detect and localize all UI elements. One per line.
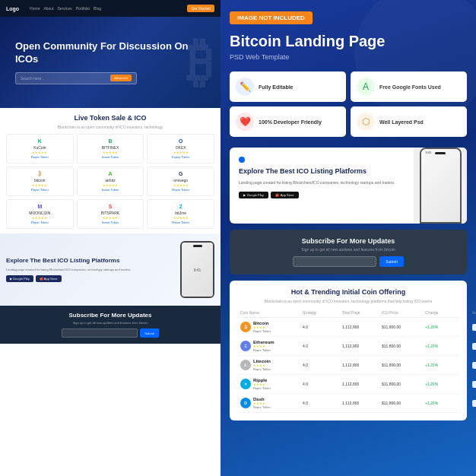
nav-cta-button[interactable]: Get Started	[187, 5, 214, 12]
token-card[interactable]: ₿ bitcoin ★★★★★ Repor Token	[6, 167, 74, 196]
token-label: Invest Token	[81, 155, 140, 159]
trending-title: Hot & Trending Initial Coin Offering	[237, 288, 459, 296]
preview-heading: Explore The Best ICO Listing Platforms	[239, 167, 405, 176]
preview-google-play-label: Google Play	[247, 193, 264, 197]
coin-icon: D	[240, 398, 251, 408]
hero-search-placeholder: Search here...	[21, 76, 110, 81]
left-panel: Logo Home About Services Portfolio Blog …	[0, 0, 221, 476]
coin-info: Dash ★★★★ Repor Token	[253, 397, 271, 409]
token-card[interactable]: S BITSPARK ★★★★★ Invest Token	[77, 199, 144, 229]
explore-text: Explore The Best ICO Listing Platforms L…	[6, 257, 174, 283]
features-grid: ✏️ Fully Editable A Free Google Fonts Us…	[230, 71, 467, 137]
subscribe-preview-input[interactable]	[293, 256, 376, 267]
preview-app-store-label: App Store	[281, 193, 294, 197]
trending-subtitle: Blockchain is an open community of ICO i…	[237, 299, 459, 303]
token-name: omisego	[151, 178, 210, 182]
strategy-cell: 4.0	[303, 325, 341, 329]
subscribe-title: Subscribe For More Updates	[6, 312, 214, 319]
trending-coin: ₿ Bitcoin ★★★★ Repor Token	[240, 321, 301, 333]
trending-column-header: Change	[425, 310, 471, 315]
subscribe-submit-button[interactable]: Submit	[140, 328, 158, 338]
nav-services[interactable]: Services	[58, 6, 72, 11]
action-button[interactable]: View Details	[472, 381, 476, 388]
subscribe-preview-button[interactable]: Submit	[379, 256, 404, 267]
token-stars: ★★★★★	[151, 216, 210, 220]
token-sale-title: Live Token Sale & ICO	[0, 108, 221, 125]
feature-icon: ⬡	[357, 113, 375, 131]
nav-blog[interactable]: Blog	[94, 6, 101, 11]
preview-phone-screen	[421, 149, 460, 222]
token-card[interactable]: A airbitz ★★★★★ Invest Token	[77, 167, 144, 196]
table-row: Ξ Ethereum ★★★★ Repor Token 4.0 1,112,90…	[237, 337, 459, 356]
price-cell: $11,800.00	[382, 382, 424, 386]
price-cell: $11,800.00	[382, 325, 424, 329]
total-cell: 1,112,800	[342, 325, 380, 329]
price-cell: $11,800.00	[382, 344, 424, 348]
subscribe-email-input[interactable]	[62, 328, 138, 338]
token-logo: 2	[151, 204, 210, 209]
change-cell: +1.20%	[425, 363, 471, 367]
token-card[interactable]: 2 bit2me ★★★★★ Repor Token	[147, 199, 214, 229]
nav-portfolio[interactable]: Portfolio	[76, 6, 90, 11]
trending-column-header: Coin Name	[240, 310, 301, 315]
trending-coin: Ξ Ethereum ★★★★ Repor Token	[240, 340, 301, 352]
coin-label: Repor Token	[253, 329, 271, 333]
token-logo: B	[81, 138, 140, 144]
token-stars: ★★★★★	[81, 216, 140, 220]
action-button[interactable]: View Details	[472, 400, 476, 407]
preview-card: Explore The Best ICO Listing Platforms L…	[230, 148, 467, 224]
preview-app-buttons: ▶ Google Play 🍎 App Store	[239, 192, 405, 198]
token-stars: ★★★★★	[81, 151, 140, 154]
token-sale-section: Live Token Sale & ICO Blockchain is an o…	[0, 108, 221, 233]
token-logo: A	[81, 171, 140, 176]
action-button[interactable]: View Details	[472, 343, 476, 350]
apple-icon: 🍎	[40, 277, 43, 281]
token-card[interactable]: K KuCoin ★★★★★ Repor Token	[6, 134, 74, 163]
total-cell: 1,112,800	[342, 363, 380, 367]
token-sale-subtitle: Blockchain is an open community of ICO i…	[0, 125, 221, 129]
feature-label: Fully Editable	[259, 84, 294, 90]
hero-search-bar[interactable]: Search here... Advanced	[15, 72, 137, 84]
change-cell: +1.20%	[425, 344, 471, 348]
token-card[interactable]: G omisego ★★★★★ Repor Token	[147, 167, 214, 196]
preview-phone-container: 9:41	[414, 148, 467, 224]
google-play-label: Google Play	[13, 277, 30, 281]
preview-app-store[interactable]: 🍎 App Store	[271, 192, 299, 198]
preview-google-play[interactable]: ▶ Google Play	[239, 192, 268, 198]
token-name: KuCoin	[11, 145, 69, 150]
token-name: bit2me	[151, 211, 210, 215]
token-name: OKEX	[151, 145, 210, 150]
explore-desc: Landing page created for listing Blockch…	[6, 268, 174, 272]
token-stars: ★★★★★	[151, 183, 210, 187]
nav-about[interactable]: About	[43, 6, 53, 11]
token-grid: K KuCoin ★★★★★ Repor Token B BITFINEX ★★…	[0, 134, 221, 233]
token-card[interactable]: O OKEX ★★★★★ Expiry Token	[147, 134, 214, 163]
token-logo: ₿	[11, 171, 69, 176]
hero-search-button[interactable]: Advanced	[110, 75, 132, 81]
change-cell: +1.20%	[425, 325, 471, 329]
trending-coin: D Dash ★★★★ Repor Token	[240, 397, 301, 409]
preview-play-icon: ▶	[243, 193, 246, 197]
preview-desc: Landing page created for listing Blockch…	[239, 180, 405, 186]
total-cell: 1,112,800	[342, 401, 380, 405]
app-store-button[interactable]: 🍎 App Store	[36, 275, 62, 282]
app-buttons: ▶ Google Play 🍎 App Store	[6, 275, 174, 282]
token-card[interactable]: B BITFINEX ★★★★★ Invest Token	[77, 134, 144, 163]
total-cell: 1,112,900	[342, 344, 380, 348]
nav-home[interactable]: Home	[30, 6, 40, 11]
token-card[interactable]: M MOONCOIN ★★★★★ Repor Token	[6, 199, 74, 229]
table-row: Ł Litecoin ★★★★ Repor Token 4.0 1,112,80…	[237, 356, 459, 375]
feature-icon: A	[357, 78, 375, 96]
google-play-button[interactable]: ▶ Google Play	[6, 275, 33, 282]
action-button[interactable]: View Details	[472, 324, 476, 331]
subscribe-preview-row: Submit	[240, 256, 456, 267]
navigation-bar: Logo Home About Services Portfolio Blog …	[0, 0, 221, 17]
hero-content: Open Community For Discussion On ICOs Se…	[0, 40, 221, 84]
coin-info: Ripple ★★★★ Repor Token	[253, 378, 271, 390]
token-stars: ★★★★★	[11, 151, 69, 154]
action-button[interactable]: View Details	[472, 362, 476, 369]
token-label: Repor Token	[11, 155, 69, 159]
strategy-cell: 4.0	[303, 401, 341, 405]
hero-section: ₿ Open Community For Discussion On ICOs …	[0, 17, 221, 108]
subscribe-input-row: Submit	[6, 328, 214, 338]
